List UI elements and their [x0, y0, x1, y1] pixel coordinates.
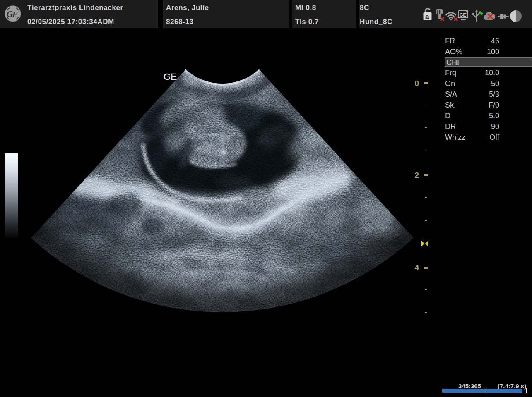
svg-text:GE: GE [460, 12, 466, 17]
svg-text:E: E [12, 10, 18, 19]
svg-text:GE: GE [164, 72, 177, 82]
svg-text:a: a [425, 13, 429, 21]
